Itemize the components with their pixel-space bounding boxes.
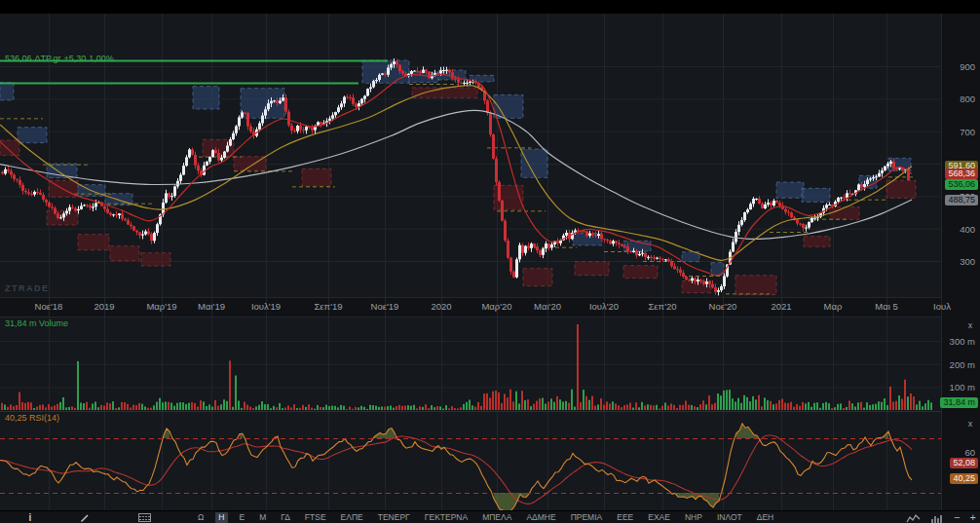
area-chart-icon[interactable] (906, 509, 921, 523)
volume-pane-title: 31,84 m Volume (5, 318, 68, 328)
volume-value: 31,84 m (5, 318, 37, 328)
toolbar-tab-ΕΕΕ[interactable]: ΕΕΕ (614, 512, 636, 523)
histogram-icon[interactable] (930, 509, 944, 523)
support-zone (78, 235, 109, 250)
ticker-change-pct: 1,00% (89, 54, 114, 63)
resistance-zone (193, 87, 219, 109)
price-badge-ma-fast: 568,36 (945, 168, 978, 179)
platform-watermark: ZTRADE (5, 283, 50, 293)
ma-fast-line (0, 75, 912, 276)
support-zone (0, 140, 19, 156)
resistance-zone (18, 128, 47, 143)
ticker-symbol: ΔTP.gr (35, 54, 61, 63)
toolbar-tab-ΓΔ[interactable]: ΓΔ (278, 512, 293, 523)
ticker-change: +5,30 (63, 54, 86, 63)
time-label: Σεπ'19 (314, 301, 342, 312)
resistance-zone (0, 83, 14, 100)
toolbar-tabs: ΩΗΕΜΓΔFTSEΕΛΠΕΤΕΝΕΡΓΓΕΚΤΕΡΝΑΜΠΕΛΑΑΔΜΗΕΠΡ… (195, 511, 776, 523)
time-label: Νοε'19 (371, 301, 399, 312)
rsi-line (0, 424, 912, 516)
toolbar-tab-ΕΧΑΕ[interactable]: ΕΧΑΕ (645, 512, 673, 523)
top-strip (0, 0, 980, 14)
time-label: Μαι'20 (534, 301, 561, 312)
rsi-value: 40,25 (5, 413, 27, 423)
time-label: Μαι 5 (875, 301, 897, 312)
ticker-price: 536,06 (5, 54, 32, 63)
volume-name: Volume (39, 318, 68, 328)
toolbar-tab-ΙΝΛΟΤ[interactable]: ΙΝΛΟΤ (714, 512, 745, 523)
toolbar-tab-ΤΕΝΕΡΓ[interactable]: ΤΕΝΕΡΓ (375, 512, 413, 523)
time-axis-strip (0, 297, 941, 317)
volume-tick: 200 m (950, 359, 975, 370)
rsi-pane-close-icon[interactable]: x (964, 418, 976, 430)
time-label: Νοε'20 (709, 301, 737, 312)
support-zone (412, 88, 477, 97)
toolbar-tab-ΓΕΚΤΕΡΝΑ[interactable]: ΓΕΚΤΕΡΝΑ (422, 512, 471, 523)
price-tick: 300 (960, 256, 975, 267)
price-tick: 700 (960, 127, 975, 137)
rsi-layer (0, 424, 912, 516)
rsi-band-fill (672, 493, 719, 507)
support-zone (804, 237, 830, 247)
toolbar-tab-ΕΛΠΕ[interactable]: ΕΛΠΕ (338, 512, 366, 523)
price-tick: 900 (960, 61, 975, 72)
time-label: Ιουλ (933, 301, 951, 312)
price-badge-last-price: 536,06 (945, 179, 978, 190)
support-zone (886, 180, 916, 198)
volume-badge: 31,84 m (940, 397, 978, 408)
time-label: 2020 (431, 301, 451, 312)
support-zone (575, 262, 609, 276)
support-zone (830, 206, 859, 219)
time-label: Μαρ'20 (481, 301, 511, 312)
time-label: Νοε'18 (35, 301, 63, 312)
toolbar-tab-Ω[interactable]: Ω (195, 512, 207, 523)
price-tick: 400 (960, 224, 975, 235)
grid-icon[interactable] (136, 511, 152, 523)
info-icon[interactable]: i (23, 511, 37, 523)
trading-app-window: 536,06ΔTP.gr+5,301,00% ZTRADE 31,84 m Vo… (0, 0, 980, 523)
time-label: Σεπ'20 (648, 301, 676, 312)
toolbar-tab-FTSE[interactable]: FTSE (302, 512, 329, 523)
rsi-pane-title: 40,25 RSI(14) (5, 413, 59, 423)
support-zone (302, 168, 331, 186)
volume-layer (1, 324, 932, 410)
toolbar-tab-ΔΕΗ[interactable]: ΔΕΗ (754, 512, 777, 523)
toolbar-tab-Ε[interactable]: Ε (237, 512, 248, 523)
time-label: 2019 (94, 301, 114, 312)
ticker-label: 536,06ΔTP.gr+5,301,00% (5, 54, 117, 63)
volume-pane-close-icon[interactable]: x (964, 319, 976, 331)
time-label: Μαρ (824, 301, 843, 312)
time-label: Ιουλ'20 (589, 301, 619, 312)
time-label: Μαρ'19 (146, 301, 176, 312)
volume-tick: 300 m (950, 336, 975, 347)
time-label: 2021 (771, 301, 791, 312)
support-zone (141, 253, 170, 266)
zoom-out-button[interactable]: − (954, 512, 960, 523)
rsi-tick: 60 (964, 447, 975, 458)
toolbar-right-group: − + (906, 511, 976, 523)
resistance-zone (802, 188, 830, 202)
zoom-in-button[interactable]: + (970, 512, 976, 523)
ma-layer (0, 75, 912, 276)
main-chart-canvas[interactable] (0, 0, 980, 523)
rsi-name: RSI(14) (29, 413, 59, 423)
support-zone (735, 276, 776, 295)
toolbar-tab-Η[interactable]: Η (215, 512, 227, 523)
toolbar-tab-ΠΡΕΜΙΑ[interactable]: ΠΡΕΜΙΑ (568, 512, 606, 523)
resistance-zone (776, 182, 804, 198)
toolbar-tab-ΜΠΕΛΑ[interactable]: ΜΠΕΛΑ (479, 512, 514, 523)
toolbar-tab-ΑΔΜΗΕ[interactable]: ΑΔΜΗΕ (523, 512, 558, 523)
support-zone (110, 246, 139, 261)
bottom-toolbar: i ΩΗΕΜΓΔFTSEΕΛΠΕΤΕΝΕΡΓΓΕΚΤΕΡΝΑΜΠΕΛΑΑΔΜΗΕ… (0, 510, 980, 523)
pencil-icon[interactable] (78, 511, 92, 523)
support-zone (623, 266, 658, 279)
toolbar-tab-Μ[interactable]: Μ (256, 512, 269, 523)
support-zone (523, 269, 552, 286)
toolbar-tab-ΝΗΡ[interactable]: ΝΗΡ (682, 512, 705, 523)
zones-layer (0, 60, 916, 295)
ma-slow-line (0, 110, 912, 239)
time-label: Ιουλ'19 (251, 301, 281, 312)
price-tick: 800 (960, 93, 975, 104)
volume-tick: 100 m (950, 382, 975, 392)
time-label: Μαι'19 (198, 301, 225, 312)
